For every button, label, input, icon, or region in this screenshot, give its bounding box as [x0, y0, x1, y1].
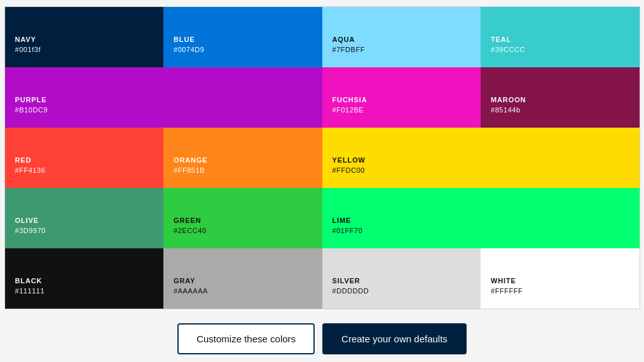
- color-cell-orange: ORANGE#FF851B: [163, 128, 322, 188]
- color-hex: #39CCCC: [491, 45, 629, 55]
- color-grid: NAVY#001f3fBLUE#0074D9AQUA#7FDBFFTEAL#39…: [4, 6, 640, 309]
- color-hex: #111111: [15, 286, 154, 296]
- color-name: SILVER: [332, 276, 471, 286]
- color-name: OLIVE: [15, 216, 154, 225]
- color-name: PURPLE: [15, 95, 312, 105]
- create-defaults-button[interactable]: Create your own defaults: [322, 323, 467, 354]
- color-cell-fuchsia: FUCHSIA#F012BE: [322, 67, 481, 128]
- color-hex: #FF851B: [174, 166, 312, 175]
- color-cell-purple: PURPLE#B10DC9: [5, 67, 322, 128]
- color-cell-yellow: YELLOW#FFDC00: [322, 128, 640, 188]
- color-hex: #2ECC40: [174, 226, 312, 236]
- color-name: GREEN: [174, 216, 312, 225]
- color-cell-blue: BLUE#0074D9: [163, 7, 322, 67]
- color-name: FUCHSIA: [332, 95, 471, 105]
- color-cell-red: RED#FF4136: [5, 128, 164, 188]
- color-hex: #DDDDDD: [332, 286, 471, 296]
- color-cell-olive: OLIVE#3D9970: [5, 188, 164, 248]
- color-hex: #F012BE: [332, 105, 471, 115]
- color-cell-maroon: MAROON#85144b: [481, 67, 640, 128]
- color-name: BLUE: [174, 35, 312, 44]
- color-name: AQUA: [332, 35, 471, 44]
- color-hex: #0074D9: [174, 45, 312, 55]
- color-cell-black: BLACK#111111: [5, 248, 164, 309]
- color-cell-lime: LIME#01FF70: [322, 188, 640, 248]
- color-cell-teal: TEAL#39CCCC: [481, 7, 640, 67]
- color-name: RED: [15, 156, 154, 165]
- color-hex: #85144b: [491, 105, 629, 115]
- color-cell-navy: NAVY#001f3f: [5, 7, 164, 67]
- button-row: Customize these colors Create your own d…: [177, 323, 467, 354]
- color-cell-white: WHITE#FFFFFF: [481, 248, 640, 309]
- color-name: MAROON: [491, 95, 629, 105]
- color-cell-green: GREEN#2ECC40: [163, 188, 322, 248]
- color-name: LIME: [332, 216, 629, 225]
- color-name: NAVY: [15, 35, 154, 44]
- color-hex: #B10DC9: [15, 105, 312, 115]
- color-name: GRAY: [174, 276, 312, 286]
- color-hex: #001f3f: [15, 45, 154, 55]
- color-hex: #01FF70: [332, 226, 629, 236]
- color-cell-silver: SILVER#DDDDDD: [322, 248, 481, 309]
- color-hex: #FF4136: [15, 166, 154, 175]
- color-name: WHITE: [491, 276, 629, 286]
- customize-button[interactable]: Customize these colors: [177, 323, 315, 354]
- color-cell-gray: GRAY#AAAAAA: [163, 248, 322, 309]
- color-name: YELLOW: [332, 156, 629, 165]
- color-name: TEAL: [491, 35, 629, 44]
- color-name: ORANGE: [174, 156, 312, 165]
- color-hex: #7FDBFF: [332, 45, 471, 55]
- color-hex: #FFFFFF: [491, 286, 629, 296]
- color-cell-aqua: AQUA#7FDBFF: [322, 7, 481, 67]
- color-hex: #AAAAAA: [174, 286, 312, 296]
- color-hex: #3D9970: [15, 226, 154, 236]
- color-name: BLACK: [15, 276, 154, 286]
- color-hex: #FFDC00: [332, 166, 629, 175]
